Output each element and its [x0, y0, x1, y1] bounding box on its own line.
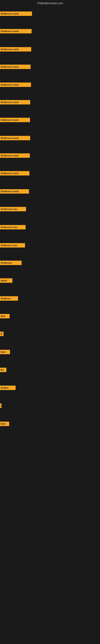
bottleneck-result-bar: Bottleneck result	[0, 47, 31, 52]
bottleneck-result-bar: Bottleneck result	[0, 12, 32, 16]
bottleneck-result-bar: Bottleneck result	[0, 136, 30, 140]
bottleneck-result-bar: Bottleneck resu	[0, 243, 25, 248]
bottleneck-result-bar: Bottleneck result	[0, 29, 32, 34]
bottleneck-result-bar: Bottleneck result	[0, 100, 30, 104]
bottleneck-result-bar: Bottleneck result	[0, 64, 31, 69]
bottleneck-result-bar: Bott	[0, 422, 9, 426]
bottleneck-result-bar: Bottleneck result	[0, 153, 30, 158]
bottleneck-result-bar: Bottleneck result	[0, 82, 31, 87]
bottleneck-result-bar: Bo	[0, 368, 6, 372]
bottleneck-result-bar: Bottlen	[0, 386, 16, 390]
bottleneck-result-bar: Bottleneck resu	[0, 207, 26, 211]
bottleneck-result-bar: Bott	[0, 314, 10, 318]
bottleneck-result-bar: Bottleneck resu	[0, 225, 26, 230]
bottleneck-result-bar: Bottleneck result	[0, 171, 29, 176]
bottleneck-result-bar: Bott	[0, 350, 10, 354]
bottleneck-result-bar: Bottle	[0, 278, 12, 283]
bottleneck-result-bar: |	[0, 404, 1, 408]
site-title: TheBottlenecker.com	[0, 0, 100, 6]
bottleneck-result-bar: Bottlenec	[0, 296, 18, 301]
bottleneck-result-bar: Bottleneck	[0, 260, 22, 265]
bottleneck-result-bar: Bottleneck result	[0, 118, 30, 122]
bottleneck-result-bar: Bottleneck result	[0, 189, 29, 194]
bottleneck-result-bar: B	[0, 332, 3, 336]
